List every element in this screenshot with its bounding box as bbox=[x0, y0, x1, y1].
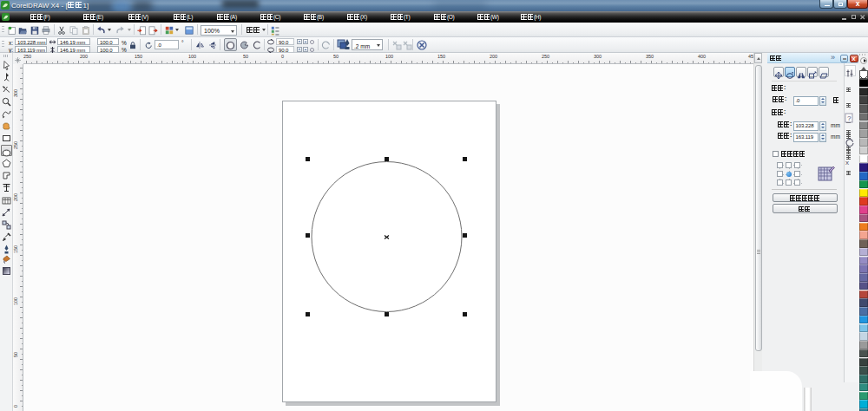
svg-text:?: ? bbox=[847, 114, 852, 122]
